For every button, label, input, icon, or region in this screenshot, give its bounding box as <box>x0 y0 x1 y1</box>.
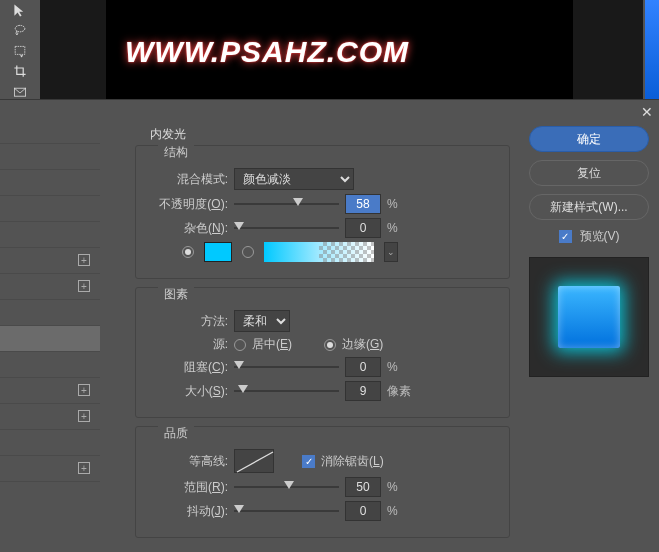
technique-select[interactable]: 柔和 <box>234 310 290 332</box>
preview-checkbox[interactable] <box>559 230 572 243</box>
svg-point-0 <box>15 26 25 32</box>
color-radio[interactable] <box>182 246 194 258</box>
style-item[interactable] <box>0 430 100 456</box>
source-edge-radio[interactable] <box>324 339 336 351</box>
choke-input[interactable] <box>345 357 381 377</box>
opacity-label: 不透明度(O): <box>146 196 228 213</box>
blend-mode-label: 混合模式: <box>146 171 228 188</box>
pixels-unit: 像素 <box>387 383 411 400</box>
envelope-tool-icon[interactable] <box>11 85 29 99</box>
marquee-tool-icon[interactable] <box>11 44 29 58</box>
elements-group: 图素 方法: 柔和 源: 居中(E) 边缘(G) 阻塞(C): % 大小(S <box>135 287 510 418</box>
style-item[interactable]: + <box>0 248 100 274</box>
style-item[interactable]: + <box>0 456 100 482</box>
style-list: + + + + + <box>0 118 100 552</box>
plus-icon[interactable]: + <box>78 462 90 474</box>
percent-unit: % <box>387 221 398 235</box>
range-input[interactable] <box>345 477 381 497</box>
tool-palette <box>0 0 40 99</box>
style-item[interactable] <box>0 300 100 326</box>
preview-label: 预览(V) <box>580 228 620 245</box>
gradient-dropdown[interactable]: ⌄ <box>384 242 398 262</box>
elements-legend: 图素 <box>158 286 194 303</box>
svg-rect-1 <box>15 46 25 54</box>
structure-group: 结构 混合模式: 颜色减淡 不透明度(O): % 杂色(N): % <box>135 145 510 279</box>
style-item[interactable] <box>0 352 100 378</box>
style-item[interactable] <box>0 222 100 248</box>
technique-label: 方法: <box>146 313 228 330</box>
source-edge-label: 边缘(G) <box>342 336 383 353</box>
size-label: 大小(S): <box>146 383 228 400</box>
style-item[interactable] <box>0 118 100 144</box>
blend-mode-select[interactable]: 颜色减淡 <box>234 168 354 190</box>
style-item[interactable]: + <box>0 274 100 300</box>
jitter-slider[interactable] <box>234 502 339 520</box>
jitter-input[interactable] <box>345 501 381 521</box>
color-swatch[interactable] <box>204 242 232 262</box>
canvas-text: WWW.PSAHZ.COM <box>125 35 409 69</box>
antialias-checkbox[interactable] <box>302 455 315 468</box>
section-title: 内发光 <box>150 126 510 143</box>
source-center-radio[interactable] <box>234 339 246 351</box>
style-item[interactable] <box>0 170 100 196</box>
plus-icon[interactable]: + <box>78 410 90 422</box>
noise-label: 杂色(N): <box>146 220 228 237</box>
new-style-button[interactable]: 新建样式(W)... <box>529 194 649 220</box>
choke-slider[interactable] <box>234 358 339 376</box>
ruler-bar <box>645 0 659 99</box>
style-item[interactable] <box>0 144 100 170</box>
plus-icon[interactable]: + <box>78 254 90 266</box>
percent-unit: % <box>387 504 398 518</box>
quality-group: 品质 等高线: 消除锯齿(L) 范围(R): % 抖动(J): % <box>135 426 510 538</box>
quality-legend: 品质 <box>158 425 194 442</box>
style-item[interactable]: + <box>0 378 100 404</box>
percent-unit: % <box>387 480 398 494</box>
contour-label: 等高线: <box>146 453 228 470</box>
preview-box <box>529 257 649 377</box>
size-slider[interactable] <box>234 382 339 400</box>
crop-tool-icon[interactable] <box>11 64 29 78</box>
range-label: 范围(R): <box>146 479 228 496</box>
antialias-label: 消除锯齿(L) <box>321 453 384 470</box>
opacity-slider[interactable] <box>234 195 339 213</box>
style-item[interactable]: + <box>0 404 100 430</box>
range-slider[interactable] <box>234 478 339 496</box>
ok-button[interactable]: 确定 <box>529 126 649 152</box>
percent-unit: % <box>387 360 398 374</box>
gradient-radio[interactable] <box>242 246 254 258</box>
percent-unit: % <box>387 197 398 211</box>
layer-style-dialog: ✕ + + + + + 内发光 结构 混合模式: 颜色减淡 不透明度(O): <box>0 99 659 552</box>
choke-label: 阻塞(C): <box>146 359 228 376</box>
gradient-preview[interactable] <box>264 242 374 262</box>
contour-picker[interactable] <box>234 449 274 473</box>
plus-icon[interactable]: + <box>78 280 90 292</box>
noise-input[interactable] <box>345 218 381 238</box>
jitter-label: 抖动(J): <box>146 503 228 520</box>
structure-legend: 结构 <box>158 144 194 161</box>
source-label: 源: <box>146 336 228 353</box>
size-input[interactable] <box>345 381 381 401</box>
style-item[interactable] <box>0 196 100 222</box>
source-center-label: 居中(E) <box>252 336 292 353</box>
plus-icon[interactable]: + <box>78 384 90 396</box>
style-item-inner-glow[interactable] <box>0 326 100 352</box>
opacity-input[interactable] <box>345 194 381 214</box>
reset-button[interactable]: 复位 <box>529 160 649 186</box>
move-tool-icon[interactable] <box>11 3 29 17</box>
lasso-tool-icon[interactable] <box>11 23 29 37</box>
noise-slider[interactable] <box>234 219 339 237</box>
preview-swatch <box>558 286 620 348</box>
